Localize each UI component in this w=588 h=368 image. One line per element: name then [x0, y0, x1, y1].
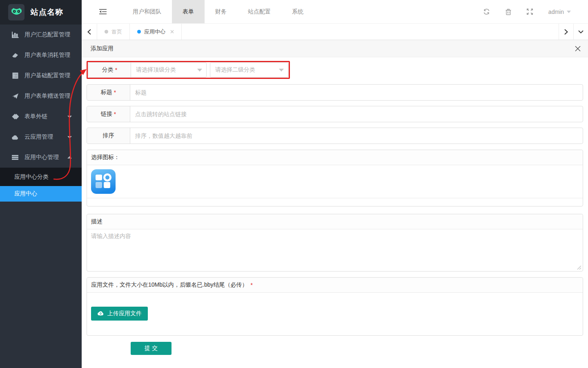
nav-system[interactable]: 系统	[281, 0, 314, 23]
user-menu[interactable]: admin	[548, 9, 571, 15]
tab-app-center[interactable]: 应用中心	[130, 24, 182, 40]
icon-section-header: 选择图标：	[87, 150, 583, 165]
icon-section-footer	[87, 198, 583, 206]
tab-home[interactable]: 首页	[97, 24, 130, 40]
chevron-down-icon	[67, 115, 72, 118]
fullscreen-icon[interactable]	[527, 9, 533, 15]
top-nav: 用户和团队 表单 财务 站点配置 系统	[122, 0, 314, 23]
icon-picker-section: 选择图标：	[87, 150, 583, 206]
sidebar-item-app-center-mgmt[interactable]: 应用中心管理	[0, 147, 82, 168]
required-asterisk: *	[114, 111, 116, 117]
logo-bar: 站点名称	[0, 0, 82, 25]
tab-status-dot	[105, 30, 108, 34]
description-body	[87, 229, 583, 271]
owl-icon	[11, 7, 22, 18]
building-icon	[11, 72, 19, 79]
required-asterisk: *	[114, 89, 116, 96]
sidebar-item-label: 应用中心管理	[24, 154, 59, 161]
description-section: 描述	[87, 214, 583, 272]
nav-finance[interactable]: 财务	[205, 0, 237, 23]
tabs-scroll-right-button[interactable]	[559, 24, 573, 40]
icon-options	[87, 165, 583, 198]
description-header: 描述	[87, 214, 583, 229]
category-field-group: 分类* 请选择顶级分类	[88, 62, 207, 78]
top-category-select[interactable]: 请选择顶级分类	[131, 63, 206, 77]
sidebar-item-label: 云应用管理	[24, 133, 53, 141]
trash-icon[interactable]	[506, 9, 511, 15]
nav-forms[interactable]: 表单	[172, 0, 205, 23]
bar-chart-icon	[11, 31, 19, 38]
sidebar-item-user-summary[interactable]: 用户汇总配置管理	[0, 25, 82, 45]
sidebar-subitem-app-center-category[interactable]: 应用中心分类	[0, 168, 82, 186]
app-file-section: 应用文件，文件大小在10Mb以内，后缀名已.bby结尾（必传）* 上传应用文件	[87, 277, 583, 336]
sort-field-row: 排序	[87, 128, 583, 144]
top-right-controls: admin	[483, 0, 571, 23]
panel-close-icon[interactable]	[575, 46, 581, 52]
category-label: 分类*	[89, 63, 131, 77]
sidebar-item-label: 表单外链	[24, 113, 47, 120]
chevron-down-icon	[567, 11, 571, 13]
sidebar-item-form-consumption[interactable]: 用户表单消耗管理	[0, 45, 82, 65]
cloud-icon	[11, 135, 19, 140]
app-file-body: 上传应用文件	[87, 293, 583, 335]
refresh-icon[interactable]	[483, 9, 490, 15]
submit-button[interactable]: 提 交	[131, 342, 172, 355]
sidebar-item-form-links[interactable]: 表单外链	[0, 106, 82, 127]
chevron-down-icon	[67, 136, 72, 139]
chevron-up-icon	[67, 156, 72, 159]
upload-app-file-button[interactable]: 上传应用文件	[91, 307, 148, 321]
tabbar-spacer	[182, 24, 559, 40]
tabs-menu-button[interactable]	[573, 24, 588, 40]
site-title: 站点名称	[31, 7, 63, 18]
cloud-upload-icon	[97, 310, 104, 317]
sort-label: 排序	[87, 128, 130, 144]
select-placeholder: 请选择顶级分类	[136, 66, 176, 74]
tab-close-icon[interactable]	[170, 30, 174, 34]
sidebar-subitem-app-center[interactable]: 应用中心	[0, 186, 82, 202]
sidebar: 站点名称 用户汇总配置管理 用户表单消耗管理 用户基础配置管理 用户表单赠送管理	[0, 0, 82, 368]
diamonds-icon	[11, 114, 19, 120]
sidebar-item-base-config[interactable]: 用户基础配置管理	[0, 65, 82, 86]
add-app-form: 分类* 请选择顶级分类 请选择二级分类 标题* 链接*	[82, 57, 588, 355]
required-asterisk: *	[115, 67, 117, 73]
nav-users-teams[interactable]: 用户和团队	[122, 0, 172, 23]
logo	[8, 4, 24, 20]
sidebar-item-label: 用户基础配置管理	[24, 72, 70, 79]
app-file-header: 应用文件，文件大小在10Mb以内，后缀名已.bby结尾（必传）*	[87, 278, 583, 293]
title-input[interactable]	[130, 85, 583, 100]
sidebar-item-cloud-apps[interactable]: 云应用管理	[0, 127, 82, 147]
link-input[interactable]	[130, 106, 583, 122]
sub-category-select[interactable]: 请选择二级分类	[210, 62, 288, 78]
sidebar-item-label: 用户表单赠送管理	[24, 92, 70, 100]
tab-label: 首页	[111, 28, 122, 36]
tab-bar: 首页 应用中心	[82, 24, 588, 40]
select-caret-icon	[197, 69, 202, 72]
nav-site-config[interactable]: 站点配置	[237, 0, 281, 23]
title-label: 标题*	[87, 85, 130, 100]
sort-input[interactable]	[130, 128, 583, 144]
resize-handle-icon[interactable]	[577, 265, 581, 270]
tabs-scroll-left-button[interactable]	[82, 24, 97, 40]
title-field-row: 标题*	[87, 84, 583, 101]
username: admin	[548, 9, 564, 15]
panel-header: 添加应用	[82, 40, 588, 57]
sidebar-item-form-gift[interactable]: 用户表单赠送管理	[0, 86, 82, 106]
select-placeholder: 请选择二级分类	[215, 66, 255, 74]
sidebar-subitem-label: 应用中心	[14, 190, 37, 197]
eraser-icon	[11, 52, 19, 58]
sidebar-menu: 用户汇总配置管理 用户表单消耗管理 用户基础配置管理 用户表单赠送管理 表单外链	[0, 25, 82, 202]
link-field-row: 链接*	[87, 106, 583, 122]
tab-status-dot	[137, 30, 141, 34]
sidebar-item-label: 用户表单消耗管理	[24, 52, 70, 59]
tab-label: 应用中心	[144, 28, 165, 36]
panel-title-text: 添加应用	[91, 45, 114, 52]
upload-button-label: 上传应用文件	[107, 310, 142, 317]
app-grid-icon[interactable]	[91, 169, 116, 194]
collapse-menu-icon[interactable]	[99, 9, 107, 15]
sidebar-item-label: 用户汇总配置管理	[24, 31, 70, 38]
required-asterisk: *	[250, 282, 252, 288]
list-icon	[11, 155, 19, 160]
sidebar-subitem-label: 应用中心分类	[14, 173, 49, 181]
category-annotation-box: 分类* 请选择顶级分类 请选择二级分类	[87, 61, 290, 79]
description-textarea[interactable]	[87, 229, 583, 271]
